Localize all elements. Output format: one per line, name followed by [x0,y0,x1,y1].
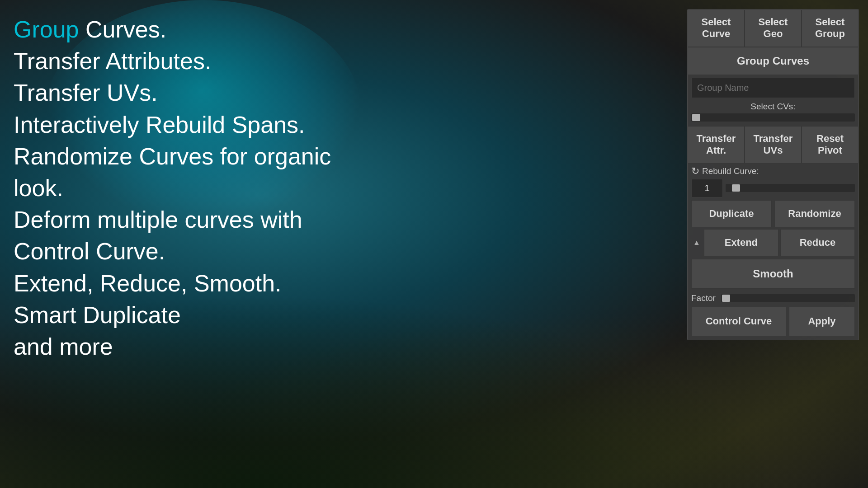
group-curves-button[interactable]: Group Curves [688,47,859,75]
rebuild-slider[interactable] [726,184,855,192]
select-curve-button[interactable]: Select Curve [688,9,745,47]
line-2: Transfer Attributes. [14,45,331,77]
dup-rand-row: Duplicate Randomize [688,200,859,227]
bottom-row: Control Curve Apply [688,307,859,336]
reduce-button[interactable]: Reduce [780,229,855,256]
randomize-button[interactable]: Randomize [774,200,855,227]
factor-slider[interactable] [721,294,855,302]
line-10: Smart Duplicate [14,299,331,331]
group-highlight: Group [14,16,79,42]
group-name-input[interactable] [691,78,855,98]
group-curves-row: Group Curves [688,47,859,75]
line-5: Randomize Curves for organic [14,141,331,172]
smooth-row: Smooth [688,257,859,291]
line-3: Transfer UVs. [14,77,331,108]
transfer-row: Transfer Attr. Transfer UVs Reset Pivot [688,126,859,164]
line-4: Interactively Rebuild Spans. [14,109,331,141]
line-6: look. [14,172,331,204]
transfer-uvs-button[interactable]: Transfer UVs [745,126,802,164]
line-11: and more [14,331,331,362]
select-cvs-label: Select CVs: [691,102,855,112]
rebuild-slider-row [688,179,859,200]
rebuild-number-input[interactable] [691,179,723,197]
apply-button[interactable]: Apply [789,307,855,336]
overlay-text: Group Curves. Transfer Attributes. Trans… [14,14,331,362]
factor-row: Factor [688,291,859,306]
smooth-button[interactable]: Smooth [691,259,855,289]
extend-button[interactable]: Extend [704,229,778,256]
control-curve-button[interactable]: Control Curve [691,307,786,336]
select-group-button[interactable]: Select Group [802,9,859,47]
select-geo-button[interactable]: Select Geo [745,9,802,47]
factor-slider-thumb [722,295,730,302]
duplicate-button[interactable]: Duplicate [691,200,772,227]
select-cvs-section: Select CVs: [688,101,859,126]
transfer-attr-button[interactable]: Transfer Attr. [688,126,745,164]
select-cvs-thumb [692,114,700,121]
line-7: Deform multiple curves with [14,204,331,235]
factor-label: Factor [691,293,718,303]
line-1: Group Curves. [14,14,331,45]
collapse-button[interactable]: ▲ [691,239,702,247]
line-8: Control Curve. [14,235,331,267]
reset-pivot-button[interactable]: Reset Pivot [802,126,859,164]
select-cvs-slider[interactable] [691,113,855,122]
line-9: Extend, Reduce, Smooth. [14,267,331,299]
rebuild-icon[interactable]: ↻ [691,165,699,177]
extend-reduce-row: ▲ Extend Reduce [688,229,859,256]
rebuild-label-row: ↻ Rebuild Curve: [688,164,859,179]
select-row: Select Curve Select Geo Select Group [688,9,859,47]
rebuild-slider-thumb [732,184,740,192]
main-panel: Select Curve Select Geo Select Group Gro… [687,9,859,340]
rebuild-curve-label: Rebuild Curve: [702,166,855,176]
